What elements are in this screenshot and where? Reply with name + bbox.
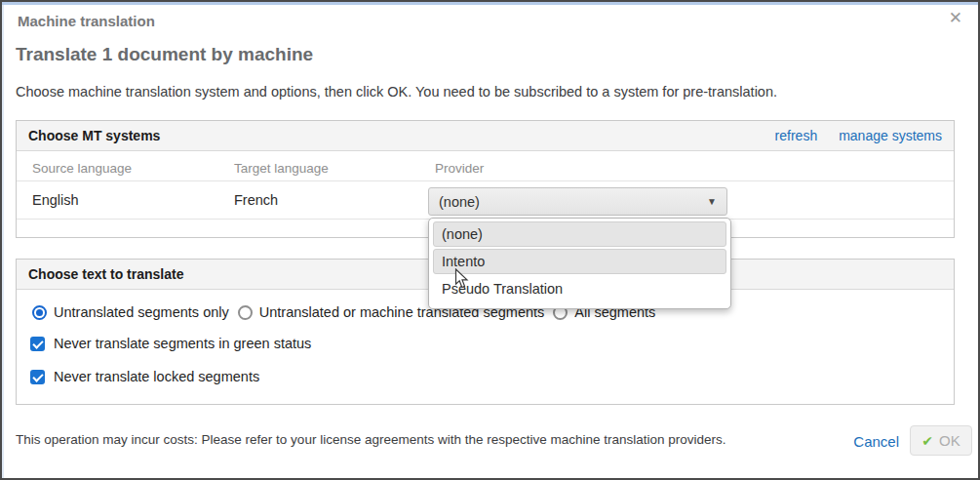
- checkbox-never-green-status[interactable]: [30, 337, 45, 351]
- chevron-down-icon: ▼: [707, 196, 717, 207]
- ok-button[interactable]: ✔ OK: [910, 425, 972, 456]
- manage-systems-link[interactable]: manage systems: [839, 128, 942, 143]
- table-header-divider: [17, 180, 954, 181]
- provider-select[interactable]: (none) ▼: [428, 187, 727, 216]
- refresh-link[interactable]: refresh: [775, 128, 818, 143]
- checkbox-row-green-status: Never translate segments in green status: [30, 336, 311, 351]
- checkbox-never-green-status-label[interactable]: Never translate segments in green status: [54, 336, 311, 351]
- check-icon: ✔: [921, 433, 933, 449]
- mt-systems-panel-header: Choose MT systems refresh manage systems: [17, 121, 954, 151]
- checkbox-never-locked-label[interactable]: Never translate locked segments: [54, 369, 259, 384]
- dialog-title: Machine translation: [18, 13, 155, 29]
- column-header-target-language: Target language: [234, 161, 329, 176]
- provider-option-none[interactable]: (none): [433, 221, 726, 247]
- table-row-target-language: French: [234, 192, 278, 208]
- cost-warning-note: This operation may incur costs: Please r…: [16, 432, 726, 447]
- text-panel-title: Choose text to translate: [28, 266, 183, 282]
- ok-button-label: OK: [939, 432, 960, 449]
- cancel-button[interactable]: Cancel: [853, 433, 899, 450]
- radio-untranslated-only-label[interactable]: Untranslated segments only: [54, 304, 229, 320]
- radio-untranslated-or-machine[interactable]: [238, 305, 253, 320]
- machine-translation-dialog: Machine translation ✕ Translate 1 docume…: [0, 0, 980, 480]
- column-header-source-language: Source language: [32, 161, 132, 176]
- checkbox-row-locked-segments: Never translate locked segments: [30, 369, 259, 384]
- mt-systems-panel-title: Choose MT systems: [28, 128, 160, 143]
- checkbox-never-locked[interactable]: [30, 370, 45, 384]
- table-row-source-language: English: [32, 192, 79, 208]
- provider-option-pseudo-translation[interactable]: Pseudo Translation: [433, 276, 726, 301]
- close-icon[interactable]: ✕: [949, 10, 962, 26]
- provider-dropdown-list: (none) Intento Pseudo Translation: [428, 218, 731, 309]
- provider-option-intento[interactable]: Intento: [433, 249, 726, 274]
- page-title: Translate 1 document by machine: [16, 44, 313, 65]
- dialog-description: Choose machine translation system and op…: [16, 84, 777, 100]
- provider-select-value: (none): [439, 194, 480, 210]
- column-header-provider: Provider: [435, 161, 484, 176]
- radio-untranslated-only[interactable]: [32, 305, 47, 320]
